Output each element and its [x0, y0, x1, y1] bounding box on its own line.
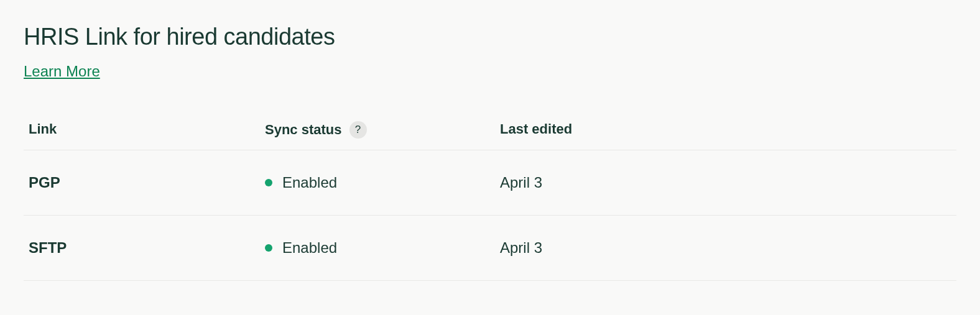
help-icon[interactable]: ?: [349, 121, 367, 139]
row-link-name: PGP: [29, 174, 60, 191]
links-table: Link Sync status ? Last edited PGP Enabl…: [24, 110, 956, 281]
header-last-edited: Last edited: [500, 121, 572, 137]
status-dot-icon: [265, 244, 272, 252]
row-link-name: SFTP: [29, 239, 67, 256]
row-last-edited: April 3: [500, 174, 542, 191]
table-row: SFTP Enabled April 3: [24, 216, 956, 281]
table-header: Link Sync status ? Last edited: [24, 110, 956, 150]
header-sync-status: Sync status: [265, 122, 342, 138]
row-sync-status: Enabled: [282, 239, 337, 257]
table-row: PGP Enabled April 3: [24, 150, 956, 216]
status-dot-icon: [265, 179, 272, 186]
row-sync-status: Enabled: [282, 174, 337, 191]
page-title: HRIS Link for hired candidates: [24, 24, 956, 50]
row-last-edited: April 3: [500, 239, 542, 256]
header-link: Link: [29, 121, 57, 137]
learn-more-link[interactable]: Learn More: [24, 63, 100, 80]
